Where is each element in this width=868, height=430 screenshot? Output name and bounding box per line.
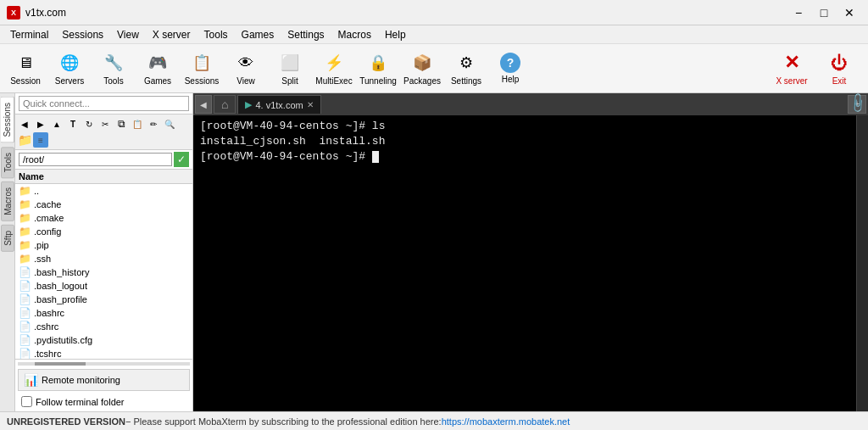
list-item[interactable]: 📄 .bash_profile: [15, 293, 192, 306]
menu-terminal[interactable]: Terminal: [3, 27, 55, 42]
menu-xserver[interactable]: X server: [146, 27, 198, 42]
toolbar-servers[interactable]: 🌐 Servers: [47, 47, 92, 91]
list-item[interactable]: 📁 .ssh: [15, 252, 192, 265]
menu-help[interactable]: Help: [378, 27, 413, 42]
toolbar-sessions[interactable]: 📋 Sessions: [180, 47, 224, 91]
toolbar-help[interactable]: ? Help: [488, 47, 532, 91]
terminal-tab-home[interactable]: ⌂: [214, 95, 236, 114]
unregistered-text: UNREGISTERED VERSION: [7, 416, 125, 427]
terminal-content[interactable]: [root@VM-40-94-centos ~]# ls install_cjs…: [193, 115, 856, 411]
toolbar-exit[interactable]: ⏻ Exit: [817, 47, 861, 91]
filebrowser-path-bar: ✓: [15, 150, 192, 170]
fb-search-button[interactable]: 🔍: [162, 116, 177, 131]
path-ok-button[interactable]: ✓: [174, 152, 189, 167]
output-1: install_cjson.sh install.sh: [200, 135, 385, 148]
list-item[interactable]: 📄 .bash_history: [15, 265, 192, 279]
toolbar-packages[interactable]: 📦 Packages: [400, 47, 444, 91]
toolbar: 🖥 Session 🌐 Servers 🔧 Tools 🎮 Games 📋 Se…: [0, 44, 868, 93]
tab-close-button[interactable]: ✕: [307, 100, 314, 109]
maximize-button[interactable]: □: [812, 3, 836, 22]
list-item[interactable]: 📄 .cshrc: [15, 320, 192, 333]
support-text: − Please support MobaXterm by subscribin…: [125, 416, 442, 427]
tab-terminal-icon: ▶: [245, 99, 252, 110]
menu-tools[interactable]: Tools: [198, 27, 235, 42]
fb-info-button[interactable]: ≡: [33, 132, 48, 148]
list-item[interactable]: 📄 .pydistutils.cfg: [15, 333, 192, 347]
follow-terminal-folder[interactable]: Follow terminal folder: [18, 394, 190, 409]
minimize-button[interactable]: −: [787, 3, 810, 22]
fb-cut-button[interactable]: ✂: [97, 116, 113, 131]
list-item[interactable]: 📁 ..: [15, 184, 192, 198]
item-name: .bash_history: [34, 267, 89, 277]
tab-nav-left[interactable]: ◀: [195, 95, 212, 114]
fb-up-button[interactable]: ▲: [49, 116, 64, 131]
fb-newfolder-button[interactable]: 📁: [17, 132, 32, 148]
fb-paste-button[interactable]: 📋: [130, 116, 145, 131]
sidebar-item-macros[interactable]: Macros: [1, 181, 14, 221]
file-icon: 📄: [19, 307, 31, 319]
terminal-scrollbar[interactable]: [856, 115, 868, 411]
toolbar-multiexec-label: MultiExec: [315, 76, 352, 86]
fb-refresh-button[interactable]: ↻: [81, 116, 97, 131]
toolbar-xserver[interactable]: ✕ X server: [770, 47, 814, 91]
titlebar: X v1tx.com − □ ✕: [0, 0, 868, 25]
tab-label: 4. v1tx.com: [255, 100, 303, 110]
toolbar-tools[interactable]: 🔧 Tools: [92, 47, 136, 91]
list-item[interactable]: 📁 .cmake: [15, 211, 192, 225]
folder-icon: 📁: [19, 198, 31, 210]
terminal-line-3: [root@VM-40-94-centos ~]#: [200, 149, 849, 165]
prompt-1: [root@VM-40-94-centos ~]# ls: [200, 120, 385, 132]
menu-macros[interactable]: Macros: [331, 27, 378, 42]
filebrowser-header: Name: [15, 170, 192, 184]
toolbar-tunneling[interactable]: 🔒 Tunneling: [356, 47, 400, 91]
list-item[interactable]: 📄 .tcshrc: [15, 347, 192, 359]
menu-settings[interactable]: Settings: [281, 27, 331, 42]
remote-monitoring-button[interactable]: 📊 Remote monitoring: [18, 369, 190, 391]
list-item[interactable]: 📄 .bash_logout: [15, 279, 192, 293]
item-name: .cmake: [34, 213, 64, 223]
remote-monitoring-label: Remote monitoring: [42, 375, 120, 385]
list-item[interactable]: 📄 .bashrc: [15, 306, 192, 320]
follow-label: Follow terminal folder: [36, 397, 125, 407]
fb-rename-button[interactable]: ✏: [146, 116, 161, 131]
session-icon: 🖥: [14, 51, 37, 75]
filebrowser-panel: ◀ ▶ ▲ T ↻ ✂ ⧉ 📋 ✏ 🔍 📁 ≡ ✓ Name 📁 ..: [15, 93, 193, 411]
fb-copy-button[interactable]: ⧉: [114, 116, 129, 131]
follow-checkbox[interactable]: [21, 396, 32, 407]
filebrowser-list[interactable]: 📁 .. 📁 .cache 📁 .cmake 📁 .config 📁 .pip …: [15, 184, 192, 359]
terminal-line-1: [root@VM-40-94-centos ~]# ls: [200, 119, 849, 134]
fb-back-button[interactable]: ◀: [17, 116, 32, 131]
sidebar-item-tools[interactable]: Tools: [1, 147, 14, 178]
terminal-area: ◀ ⌂ ▶ 4. v1tx.com ✕ + [root@VM-40-94-cen…: [193, 93, 868, 411]
path-input[interactable]: [19, 153, 172, 166]
menu-games[interactable]: Games: [235, 27, 281, 42]
menu-sessions[interactable]: Sessions: [55, 27, 110, 42]
toolbar-xserver-label: X server: [776, 76, 807, 86]
sidebar-item-sessions[interactable]: Sessions: [1, 97, 14, 143]
main-area: Sessions Tools Macros Sftp ◀ ▶ ▲ T ↻ ✂ ⧉…: [0, 93, 868, 411]
window-title: v1tx.com: [25, 7, 787, 19]
menu-view[interactable]: View: [110, 27, 146, 42]
toolbar-session[interactable]: 🖥 Session: [3, 47, 47, 91]
left-sidebar-tabs: Sessions Tools Macros Sftp: [0, 93, 15, 411]
quick-connect-input[interactable]: [19, 96, 189, 111]
mobaxterm-link[interactable]: https://mobaxterm.mobatek.net: [442, 416, 570, 427]
tunneling-icon: 🔒: [366, 51, 390, 75]
sidebar-item-sftp[interactable]: Sftp: [1, 225, 14, 252]
list-item[interactable]: 📁 .cache: [15, 198, 192, 211]
list-item[interactable]: 📁 .config: [15, 225, 192, 238]
fb-forward-button[interactable]: ▶: [33, 116, 48, 131]
toolbar-split[interactable]: ⬜ Split: [268, 47, 312, 91]
folder-icon: 📁: [19, 212, 31, 224]
list-item[interactable]: 📁 .pip: [15, 238, 192, 252]
terminal-tab-active[interactable]: ▶ 4. v1tx.com ✕: [237, 95, 320, 114]
toolbar-games-label: Games: [144, 76, 171, 86]
file-icon: 📄: [19, 266, 31, 278]
fb-text-button[interactable]: T: [65, 116, 81, 131]
toolbar-view[interactable]: 👁 View: [224, 47, 268, 91]
toolbar-multiexec[interactable]: ⚡ MultiExec: [312, 47, 356, 91]
toolbar-settings[interactable]: ⚙ Settings: [444, 47, 488, 91]
close-button[interactable]: ✕: [837, 3, 861, 22]
filebrowser-bottom: 📊 Remote monitoring Follow terminal fold…: [15, 359, 192, 411]
toolbar-games[interactable]: 🎮 Games: [136, 47, 180, 91]
